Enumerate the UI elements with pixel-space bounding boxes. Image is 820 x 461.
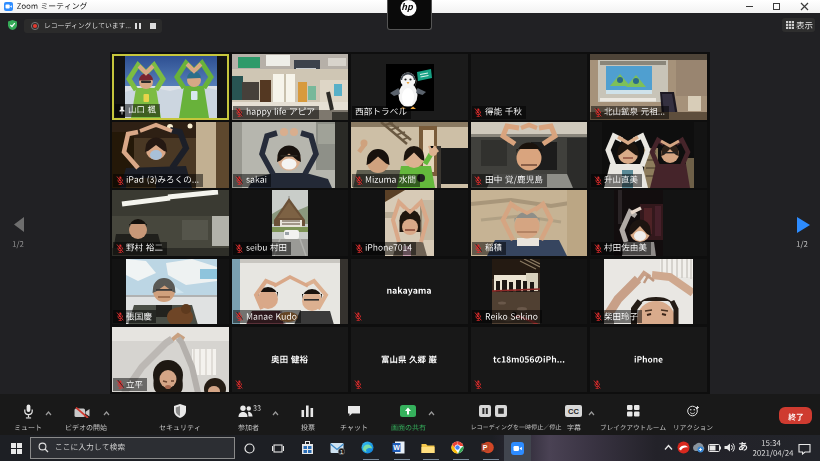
- svg-text:1: 1: [340, 449, 343, 455]
- svg-text:P: P: [483, 444, 488, 451]
- svg-text:W: W: [393, 444, 400, 451]
- svg-text:CC: CC: [568, 407, 579, 416]
